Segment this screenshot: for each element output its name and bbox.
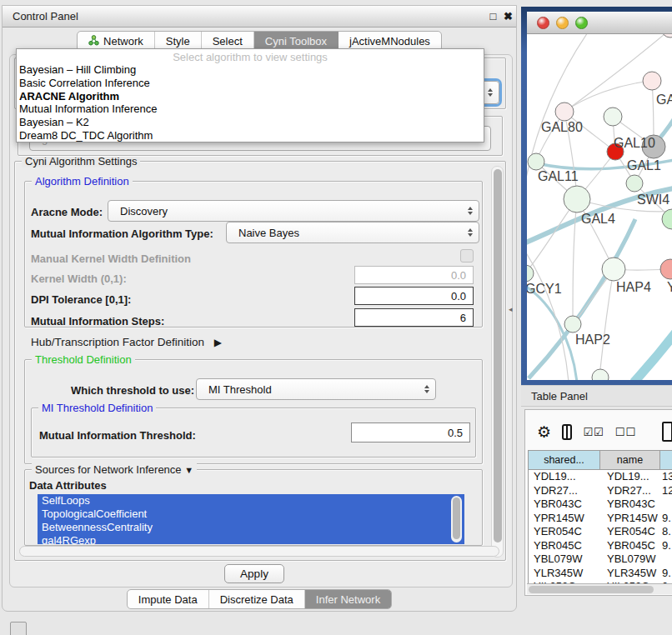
bottom-tabs: Impute DataDiscretize DataInfer Network <box>127 589 392 609</box>
bottom-tab-infer-network[interactable]: Infer Network <box>305 590 391 608</box>
manual-kernel-checkbox[interactable] <box>460 249 474 262</box>
settings-scrollbar-thumb[interactable] <box>494 169 502 542</box>
network-node[interactable] <box>592 369 609 380</box>
network-node[interactable] <box>662 209 672 229</box>
aracne-mode-combo[interactable]: Discovery <box>108 200 479 222</box>
table-cell: YER054C <box>529 525 600 539</box>
algorithm-option[interactable]: Bayesian – Hill Climbing <box>17 63 484 77</box>
table-cell: YPR145W <box>600 512 660 526</box>
table-cell: 13 <box>660 470 672 484</box>
network-node[interactable] <box>564 186 590 212</box>
mi-type-combo[interactable]: Naive Bayes <box>226 222 479 243</box>
mi-steps-field[interactable]: 6 <box>354 308 474 327</box>
network-node[interactable] <box>527 265 534 282</box>
combo-spinner-icon <box>462 228 479 237</box>
network-node[interactable] <box>604 108 622 126</box>
dpi-tolerance-field[interactable]: 0.0 <box>354 287 474 305</box>
kernel-width-field[interactable]: 0.0 <box>354 266 474 284</box>
network-edge[interactable] <box>634 324 672 380</box>
settings-vertical-scrollbar[interactable] <box>491 166 504 558</box>
which-threshold-combo[interactable]: MI Threshold <box>196 378 436 400</box>
float-panel-icon[interactable]: □ <box>487 10 499 22</box>
gear-icon[interactable]: ⚙ <box>537 424 551 440</box>
table-panel-title: Table Panel <box>531 390 588 402</box>
attribute-list-item[interactable]: BetweennessCentrality <box>38 521 464 534</box>
minimized-panel-icon[interactable] <box>10 622 27 635</box>
algorithm-option[interactable]: Basic Correlation Inference <box>17 77 484 90</box>
algorithm-option[interactable]: Dream8 DC_TDC Algorithm <box>17 129 484 142</box>
table-row[interactable]: YBR045CYBR045C9. <box>529 539 672 553</box>
network-view-window: GALGAL80GAL10GAL1GAL11GAL4SWI4GCY1HAP4YH… <box>521 7 672 385</box>
attributes-scrollbar[interactable] <box>451 496 462 542</box>
hub-definition-toggle[interactable]: Hub/Transcription Factor Definition ▶ <box>31 336 222 348</box>
algorithm-option-list: Bayesian – Hill ClimbingBasic Correlatio… <box>17 63 484 142</box>
network-edge[interactable] <box>564 81 652 112</box>
collapse-arrow-icon[interactable]: ▼ <box>184 465 193 475</box>
columns-icon[interactable] <box>562 424 572 440</box>
network-edge[interactable] <box>527 247 569 380</box>
network-node[interactable] <box>555 102 574 121</box>
table-row[interactable]: YER054CYER054C8. <box>529 525 672 539</box>
table-cell <box>660 552 672 567</box>
table-horizontal-scrollbar[interactable] <box>527 583 672 594</box>
column-header-name[interactable]: name <box>600 451 660 469</box>
mi-type-label: Mutual Information Algorithm Type: <box>31 228 213 240</box>
table-header-row: shared...name <box>529 451 672 470</box>
algorithm-option[interactable]: Mutual Information Inference <box>17 102 484 116</box>
bottom-tab-discretize-data[interactable]: Discretize Data <box>209 590 305 608</box>
table-cell: 9. <box>660 512 672 526</box>
mi-steps-label: Mutual Information Steps: <box>31 315 164 328</box>
apply-button[interactable]: Apply <box>224 564 284 583</box>
hide-columns-icon[interactable]: ☐☐ <box>615 426 636 438</box>
zoom-light[interactable] <box>575 17 588 29</box>
close-panel-icon[interactable]: ✖ <box>502 10 514 22</box>
network-icon <box>88 35 99 48</box>
expand-arrow-icon[interactable]: ▶ <box>214 337 222 348</box>
algorithm-option[interactable]: Bayesian – K2 <box>17 116 484 129</box>
column-header-shared-[interactable]: shared... <box>529 451 600 469</box>
network-node[interactable] <box>564 316 581 332</box>
table-row[interactable]: YDR27...YDR27...12 <box>529 484 672 498</box>
table-cell: YDL19... <box>529 470 600 484</box>
network-canvas[interactable]: GALGAL80GAL10GAL1GAL11GAL4SWI4GCY1HAP4YH… <box>527 34 672 380</box>
mi-threshold-field[interactable]: 0.5 <box>351 422 470 442</box>
table-row[interactable]: YBL079WYBL079W <box>529 552 672 567</box>
table-cell: 12 <box>660 484 672 498</box>
data-attributes-list[interactable]: SelfLoopsTopologicalCoefficientBetweenne… <box>38 494 464 544</box>
network-node[interactable] <box>602 258 625 281</box>
network-node[interactable] <box>626 175 643 192</box>
table-row[interactable]: YLR345WYLR345W9. <box>529 567 672 581</box>
table-row[interactable]: YPR145WYPR145W9. <box>529 512 672 526</box>
network-node[interactable] <box>660 259 672 279</box>
table-cell: YLR345W <box>529 567 600 581</box>
mi-threshold-label: Mutual Information Threshold: <box>39 429 196 442</box>
new-table-icon[interactable] <box>662 422 672 442</box>
attribute-list-item[interactable]: gal4RGexp <box>38 534 464 544</box>
splitter-collapse-icon[interactable]: ◂ <box>509 305 513 313</box>
node-label: GAL <box>656 92 672 107</box>
network-node[interactable] <box>528 153 544 170</box>
node-label: GCY1 <box>527 282 562 296</box>
attribute-list-item[interactable]: SelfLoops <box>38 494 464 508</box>
settings-horizontal-scrollbar[interactable] <box>19 546 499 557</box>
combo-spinner-icon <box>462 207 479 215</box>
node-label: HAP4 <box>616 280 651 294</box>
minimize-light[interactable] <box>556 17 569 29</box>
table-row[interactable]: YDL19...YDL19...13 <box>529 470 672 484</box>
close-light[interactable] <box>537 17 549 29</box>
table-cell: YDR27... <box>600 484 660 498</box>
column-header-col3[interactable] <box>660 451 672 469</box>
table-scrollbar-thumb[interactable] <box>529 586 654 593</box>
algorithm-option[interactable]: ARACNE Algorithm <box>17 90 484 103</box>
show-columns-icon[interactable]: ☑☑ <box>583 426 604 438</box>
control-panel-titlebar: Control Panel □ ✖ <box>3 6 516 28</box>
network-node[interactable] <box>643 72 661 90</box>
table-row[interactable]: YBR043CYBR043C <box>529 498 672 512</box>
bottom-tab-impute-data[interactable]: Impute Data <box>128 590 209 608</box>
network-edge[interactable] <box>529 219 635 378</box>
attribute-list-item[interactable]: TopologicalCoefficient <box>38 508 464 521</box>
attributes-scrollbar-thumb[interactable] <box>453 498 460 539</box>
algorithm-definition-title: Algorithm Definition <box>32 175 133 188</box>
table-cell: 8. <box>660 525 672 539</box>
combo-spinner-icon <box>419 385 435 393</box>
